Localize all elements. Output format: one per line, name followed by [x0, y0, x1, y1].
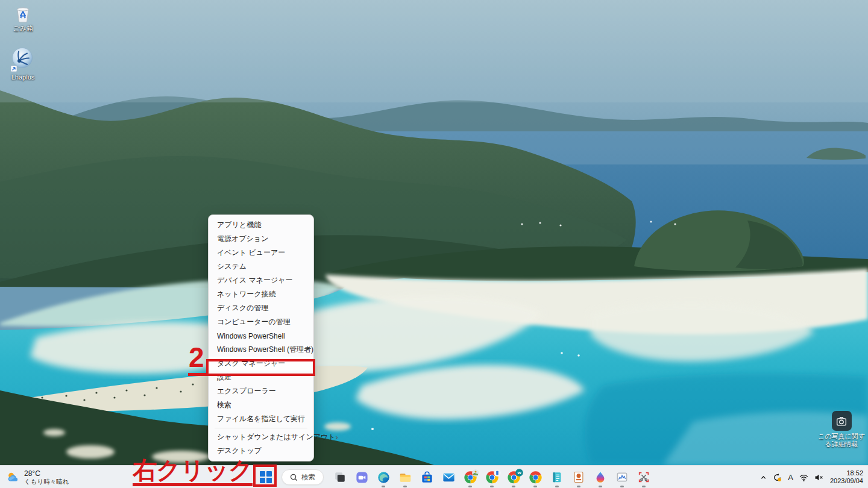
chrome-doc-tab-button[interactable]	[481, 466, 503, 488]
store-icon	[420, 471, 434, 484]
weather-temperature: 28°C	[24, 470, 69, 478]
libreoffice-impress-button[interactable]	[568, 466, 590, 488]
hidden-icons-chevron[interactable]	[760, 474, 767, 481]
running-indicator	[555, 486, 559, 487]
menu-separator	[215, 428, 307, 428]
document-badge-icon	[494, 469, 501, 477]
menu-item-search[interactable]: 検索	[209, 398, 313, 412]
menu-item-event-viewer[interactable]: イベント ビューアー	[209, 246, 313, 260]
mail-icon	[442, 471, 456, 484]
menu-item-system[interactable]: システム	[209, 260, 313, 274]
task-view-icon	[333, 471, 347, 484]
file-explorer-button[interactable]	[394, 466, 416, 488]
sync-update-icon[interactable]	[772, 472, 782, 483]
annotation-step-number: 2	[189, 343, 204, 371]
w-badge-icon: w	[515, 469, 523, 477]
svg-text:w: w	[517, 470, 521, 475]
chrome-icon	[529, 471, 542, 484]
menu-item-shutdown-or-signout[interactable]: シャットダウンまたはサインアウト ›	[209, 430, 313, 444]
menu-item-explorer[interactable]: エクスプローラー	[209, 384, 313, 398]
menu-item-computer-management[interactable]: コンピューターの管理	[209, 315, 313, 329]
system-tray: A 18:52 2023/09/04	[760, 466, 863, 488]
annotation-right-click-label: 右クリック	[133, 457, 253, 486]
annotation-step-underline	[188, 373, 208, 376]
winx-context-menu: アプリと機能 電源オプション イベント ビューアー システム デバイス マネージ…	[208, 214, 314, 461]
spotlight-label: この写真に関する詳細情報	[815, 433, 868, 448]
desktop-icon-label: Lhaplus	[11, 74, 35, 81]
impress-icon	[572, 471, 585, 484]
wifi-icon[interactable]	[799, 472, 809, 483]
menu-item-disk-management[interactable]: ディスクの管理	[209, 301, 313, 315]
running-indicator	[512, 486, 515, 487]
teams-chat-icon	[355, 471, 369, 484]
clock[interactable]: 18:52 2023/09/04	[830, 469, 863, 485]
desktop-wallpaper	[0, 0, 868, 488]
menu-item-run[interactable]: ファイル名を指定して実行	[209, 412, 313, 426]
running-indicator	[403, 486, 407, 487]
menu-item-power-options[interactable]: 電源オプション	[209, 232, 313, 246]
running-indicator	[620, 486, 624, 487]
clock-time: 18:52	[830, 469, 863, 477]
taskbar: 28°C くもり時々晴れ 検索	[0, 465, 868, 488]
camera-icon[interactable]	[832, 411, 852, 431]
menu-item-powershell[interactable]: Windows PowerShell	[209, 329, 313, 343]
menu-item-powershell-admin[interactable]: Windows PowerShell (管理者)	[209, 343, 313, 357]
taskbar-app-strip: 検索	[256, 466, 655, 488]
running-indicator	[599, 486, 602, 487]
running-indicator	[642, 486, 646, 487]
snipping-tool-button[interactable]	[633, 466, 655, 488]
search-box[interactable]: 検索	[281, 469, 324, 485]
ime-mode-indicator[interactable]: A	[787, 473, 794, 482]
menu-item-device-manager[interactable]: デバイス マネージャー	[209, 274, 313, 287]
recycle-bin-icon	[14, 3, 32, 23]
search-label: 検索	[301, 473, 315, 482]
spotlight-info-icon-group[interactable]: この写真に関する詳細情報	[815, 411, 868, 448]
snipping-tool-icon	[637, 471, 650, 484]
desktop-icon-label: ごみ箱	[13, 25, 33, 32]
paint-button[interactable]	[590, 466, 611, 488]
task-manager-button[interactable]	[611, 466, 633, 488]
chrome-button[interactable]	[524, 466, 546, 488]
store-button[interactable]	[416, 466, 438, 488]
edge-button[interactable]	[373, 466, 394, 488]
desktop-icon-recycle-bin[interactable]: ごみ箱	[5, 3, 41, 32]
partly-cloudy-icon	[6, 471, 20, 484]
clock-date: 2023/09/04	[830, 477, 863, 485]
menu-item-network-connections[interactable]: ネットワーク接続	[209, 287, 313, 301]
running-indicator	[468, 486, 472, 487]
task-manager-icon	[615, 471, 629, 484]
lhaplus-icon	[10, 47, 36, 72]
chrome-w-tab-button[interactable]: w	[503, 466, 524, 488]
photo-badge-icon	[472, 469, 479, 477]
edge-icon	[377, 471, 391, 484]
volume-muted-icon[interactable]	[814, 472, 824, 483]
weather-widget[interactable]: 28°C くもり時々晴れ	[6, 466, 69, 488]
mail-button[interactable]	[438, 466, 459, 488]
task-view-button[interactable]	[329, 466, 351, 488]
paint-droplet-icon	[594, 471, 607, 484]
search-icon	[290, 474, 298, 481]
annotation-box-start-button	[253, 465, 277, 487]
chat-button[interactable]	[351, 466, 373, 488]
chrome-photo-tab-button[interactable]	[459, 466, 481, 488]
notepad-icon	[550, 471, 564, 484]
running-indicator	[577, 486, 580, 487]
menu-item-desktop[interactable]: デスクトップ	[209, 444, 313, 458]
desktop-icon-lhaplus[interactable]: Lhaplus	[5, 47, 41, 81]
notepad-button[interactable]	[546, 466, 568, 488]
weather-condition: くもり時々晴れ	[24, 478, 69, 485]
submenu-chevron-icon: ›	[336, 433, 339, 442]
menu-item-apps-and-features[interactable]: アプリと機能	[209, 218, 313, 232]
running-indicator	[533, 486, 537, 487]
running-indicator	[490, 486, 494, 487]
running-indicator	[382, 486, 385, 487]
file-explorer-icon	[398, 471, 412, 484]
annotation-box-task-manager	[206, 359, 315, 376]
